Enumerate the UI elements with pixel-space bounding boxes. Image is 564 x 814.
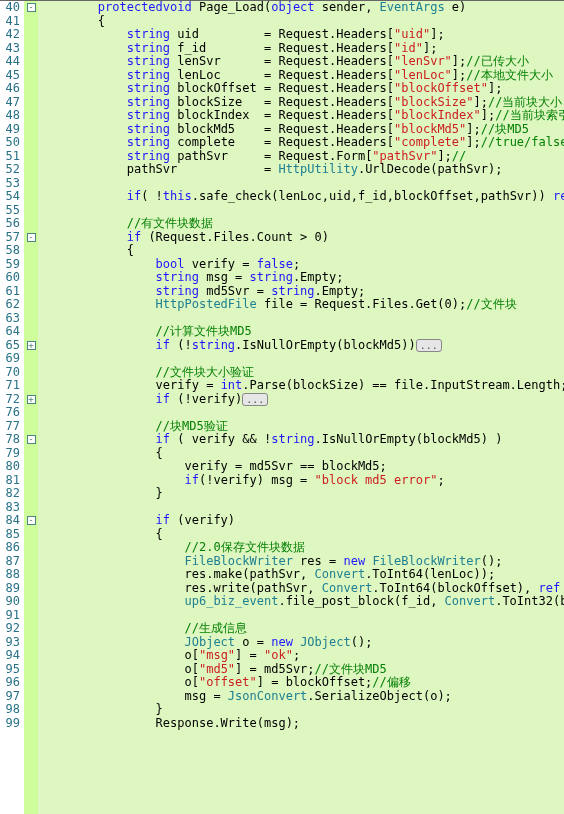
fold-marker[interactable] — [24, 541, 38, 555]
code-line[interactable] — [40, 204, 564, 218]
fold-marker[interactable] — [24, 663, 38, 677]
fold-marker[interactable] — [24, 325, 38, 339]
code-line[interactable]: o["offset"] = blockOffset;//偏移 — [40, 676, 564, 690]
code-line[interactable]: string blockMd5 = Request.Headers["block… — [40, 123, 564, 137]
fold-marker[interactable]: - — [24, 231, 38, 245]
fold-marker[interactable] — [24, 474, 38, 488]
fold-expand-icon[interactable]: + — [27, 341, 36, 350]
code-line[interactable]: if (Request.Files.Count > 0) — [40, 231, 564, 245]
fold-marker[interactable] — [24, 717, 38, 731]
code-line[interactable]: string blockOffset = Request.Headers["bl… — [40, 82, 564, 96]
code-line[interactable]: Response.Write(msg); — [40, 717, 564, 731]
code-line[interactable]: HttpPostedFile file = Request.Files.Get(… — [40, 298, 564, 312]
code-line[interactable]: } — [40, 703, 564, 717]
fold-marker[interactable] — [24, 568, 38, 582]
fold-marker[interactable] — [24, 204, 38, 218]
code-line[interactable]: //2.0保存文件块数据 — [40, 541, 564, 555]
code-line[interactable]: up6_biz_event.file_post_block(f_id, Conv… — [40, 595, 564, 609]
code-line[interactable]: string md5Svr = string.Empty; — [40, 285, 564, 299]
code-line[interactable]: { — [40, 528, 564, 542]
fold-marker[interactable] — [24, 271, 38, 285]
code-line[interactable] — [40, 406, 564, 420]
collapsed-region[interactable]: ... — [242, 393, 268, 406]
fold-marker[interactable] — [24, 582, 38, 596]
fold-collapse-icon[interactable]: - — [27, 3, 36, 12]
fold-marker[interactable] — [24, 123, 38, 137]
fold-marker[interactable] — [24, 109, 38, 123]
code-line[interactable] — [40, 352, 564, 366]
code-line[interactable]: string lenSvr = Request.Headers["lenSvr"… — [40, 55, 564, 69]
code-line[interactable]: if(!verify) msg = "block md5 error"; — [40, 474, 564, 488]
fold-marker[interactable] — [24, 555, 38, 569]
fold-marker[interactable] — [24, 150, 38, 164]
fold-marker[interactable] — [24, 244, 38, 258]
code-line[interactable]: res.write(pathSvr, Convert.ToInt64(block… — [40, 582, 564, 596]
fold-gutter[interactable]: --++-- — [24, 1, 38, 814]
fold-marker[interactable] — [24, 676, 38, 690]
code-line[interactable]: if (!verify)... — [40, 393, 564, 407]
code-line[interactable] — [40, 177, 564, 191]
fold-marker[interactable] — [24, 285, 38, 299]
fold-marker[interactable] — [24, 528, 38, 542]
code-area[interactable]: protectedvoid Page_Load(object sender, E… — [38, 1, 564, 814]
code-line[interactable]: verify = int.Parse(blockSize) == file.In… — [40, 379, 564, 393]
code-line[interactable]: if (!string.IsNullOrEmpty(blockMd5))... — [40, 339, 564, 353]
fold-marker[interactable] — [24, 69, 38, 83]
code-line[interactable]: string blockIndex = Request.Headers["blo… — [40, 109, 564, 123]
fold-marker[interactable] — [24, 352, 38, 366]
fold-marker[interactable] — [24, 420, 38, 434]
fold-marker[interactable] — [24, 447, 38, 461]
code-line[interactable]: pathSvr = HttpUtility.UrlDecode(pathSvr)… — [40, 163, 564, 177]
fold-marker[interactable]: - — [24, 1, 38, 15]
code-line[interactable]: } — [40, 487, 564, 501]
fold-marker[interactable] — [24, 42, 38, 56]
fold-marker[interactable]: + — [24, 393, 38, 407]
code-line[interactable]: string complete = Request.Headers["compl… — [40, 136, 564, 150]
code-editor[interactable]: 4041424344454647484950515253545556575859… — [0, 0, 564, 814]
fold-collapse-icon[interactable]: - — [27, 233, 36, 242]
code-line[interactable]: string lenLoc = Request.Headers["lenLoc"… — [40, 69, 564, 83]
fold-marker[interactable] — [24, 96, 38, 110]
fold-marker[interactable] — [24, 55, 38, 69]
code-line[interactable]: //有文件块数据 — [40, 217, 564, 231]
code-line[interactable]: //块MD5验证 — [40, 420, 564, 434]
fold-marker[interactable] — [24, 258, 38, 272]
fold-marker[interactable] — [24, 190, 38, 204]
fold-marker[interactable] — [24, 28, 38, 42]
fold-marker[interactable] — [24, 622, 38, 636]
code-line[interactable]: string f_id = Request.Headers["id"]; — [40, 42, 564, 56]
code-line[interactable]: { — [40, 15, 564, 29]
fold-marker[interactable] — [24, 703, 38, 717]
fold-marker[interactable] — [24, 366, 38, 380]
fold-collapse-icon[interactable]: - — [27, 435, 36, 444]
fold-marker[interactable] — [24, 487, 38, 501]
fold-marker[interactable] — [24, 406, 38, 420]
code-line[interactable]: //生成信息 — [40, 622, 564, 636]
fold-marker[interactable] — [24, 636, 38, 650]
fold-marker[interactable]: + — [24, 339, 38, 353]
fold-marker[interactable] — [24, 595, 38, 609]
code-line[interactable]: string blockSize = Request.Headers["bloc… — [40, 96, 564, 110]
code-line[interactable]: //文件块大小验证 — [40, 366, 564, 380]
fold-marker[interactable] — [24, 163, 38, 177]
fold-marker[interactable] — [24, 136, 38, 150]
code-line[interactable]: string uid = Request.Headers["uid"]; — [40, 28, 564, 42]
code-line[interactable] — [40, 312, 564, 326]
code-line[interactable]: verify = md5Svr == blockMd5; — [40, 460, 564, 474]
code-line[interactable]: res.make(pathSvr, Convert.ToInt64(lenLoc… — [40, 568, 564, 582]
code-line[interactable] — [40, 609, 564, 623]
fold-marker[interactable] — [24, 298, 38, 312]
code-line[interactable]: msg = JsonConvert.SerializeObject(o); — [40, 690, 564, 704]
code-line[interactable]: o["msg"] = "ok"; — [40, 649, 564, 663]
fold-marker[interactable] — [24, 15, 38, 29]
fold-marker[interactable]: - — [24, 433, 38, 447]
code-line[interactable]: bool verify = false; — [40, 258, 564, 272]
fold-expand-icon[interactable]: + — [27, 395, 36, 404]
fold-marker[interactable] — [24, 690, 38, 704]
code-line[interactable]: FileBlockWriter res = new FileBlockWrite… — [40, 555, 564, 569]
fold-marker[interactable] — [24, 379, 38, 393]
code-line[interactable]: o["md5"] = md5Svr;//文件块MD5 — [40, 663, 564, 677]
fold-marker[interactable] — [24, 177, 38, 191]
fold-marker[interactable] — [24, 609, 38, 623]
code-line[interactable]: if( !this.safe_check(lenLoc,uid,f_id,blo… — [40, 190, 564, 204]
